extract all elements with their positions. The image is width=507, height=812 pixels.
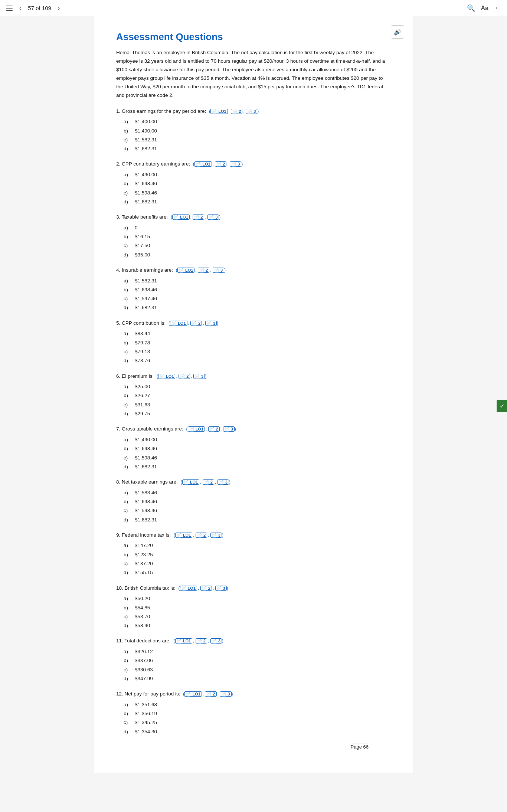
answer-value: $25.00 bbox=[135, 384, 150, 389]
top-bar-left: ‹ 57 of 109 › bbox=[6, 3, 62, 13]
answer-item: c)$79.13 bbox=[124, 347, 391, 356]
answer-letter: c) bbox=[124, 241, 135, 250]
answer-letter: a) bbox=[124, 170, 135, 179]
answer-letter: b) bbox=[124, 603, 135, 612]
answer-item: a)0 bbox=[124, 223, 391, 232]
answer-item: d)$1,682.31 bbox=[124, 303, 391, 312]
answer-item: c)$31.63 bbox=[124, 400, 391, 409]
answer-value: $16.15 bbox=[135, 234, 150, 239]
answer-item: a)$50.20 bbox=[124, 594, 391, 603]
answer-value: $53.70 bbox=[135, 614, 150, 619]
answer-letter: a) bbox=[124, 435, 135, 444]
question-4: 4. Insurable earnings are: (📄 LO1, 📄 2, … bbox=[116, 266, 391, 312]
answer-letter: b) bbox=[124, 709, 135, 718]
question-9: 9. Federal income tax is: (📄 LO1, 📄 2, 📄… bbox=[116, 531, 391, 577]
answer-letter: d) bbox=[124, 356, 135, 365]
page-counter: 57 of 109 bbox=[28, 5, 51, 11]
answer-letter: a) bbox=[124, 329, 135, 338]
answer-item: a)$1,490.00 bbox=[124, 170, 391, 179]
answer-item: c)$53.70 bbox=[124, 612, 391, 621]
question-4-label: 4. Insurable earnings are: (📄 LO1, 📄 2, … bbox=[116, 266, 391, 274]
answer-value: $1,597.46 bbox=[135, 296, 157, 301]
question-10-answers: a)$50.20b)$54.85c)$53.70d)$58.90 bbox=[124, 594, 391, 630]
answer-item: b)$1,698.46 bbox=[124, 285, 391, 294]
answer-letter: d) bbox=[124, 144, 135, 153]
answer-item: c)$17.50 bbox=[124, 241, 391, 250]
prev-page-button[interactable]: ‹ bbox=[17, 3, 23, 13]
question-6-label: 6. EI premium is: (📄 LO1, 📄 2, 📄 3) bbox=[116, 372, 391, 380]
answer-value: $123.25 bbox=[135, 552, 153, 557]
answer-item: a)$1,351.68 bbox=[124, 700, 391, 709]
answer-value: $1,583.46 bbox=[135, 490, 157, 495]
intro-text: Hemal Thomas is an employee in British C… bbox=[116, 49, 391, 100]
answer-letter: c) bbox=[124, 559, 135, 568]
font-size-icon[interactable]: Aa bbox=[481, 5, 488, 12]
answer-letter: c) bbox=[124, 400, 135, 409]
speaker-button[interactable]: 🔊 bbox=[391, 25, 404, 39]
answer-item: d)$58.90 bbox=[124, 621, 391, 630]
question-12: 12. Net pay for pay period is: (📄 LO1, 📄… bbox=[116, 690, 391, 736]
answer-letter: d) bbox=[124, 727, 135, 736]
question-11: 11. Total deductions are: (📄 LO1, 📄 2, 📄… bbox=[116, 637, 391, 683]
answer-value: $1,698.46 bbox=[135, 446, 157, 451]
answer-letter: b) bbox=[124, 338, 135, 347]
lo-icon: (📄 LO1, 📄 2, 📄 3) bbox=[157, 374, 206, 379]
answer-item: a)$25.00 bbox=[124, 382, 391, 391]
page-content: 🔊 Assessment Questions Hemal Thomas is a… bbox=[94, 16, 413, 773]
answer-item: a)$83.44 bbox=[124, 329, 391, 338]
answer-value: $1,698.46 bbox=[135, 181, 157, 186]
answer-letter: c) bbox=[124, 294, 135, 303]
answer-letter: c) bbox=[124, 135, 135, 144]
answer-item: d)$73.76 bbox=[124, 356, 391, 365]
answer-item: d)$1,682.31 bbox=[124, 197, 391, 206]
answer-value: $17.50 bbox=[135, 243, 150, 248]
page-number-row: Page 66 bbox=[116, 743, 391, 750]
answer-item: b)$1,698.46 bbox=[124, 497, 391, 506]
hamburger-menu[interactable] bbox=[6, 6, 13, 11]
questions-container: 1. Gross earnings for the pay period are… bbox=[116, 107, 391, 736]
answer-value: $337.06 bbox=[135, 658, 153, 663]
lo-icon: (📄 LO1, 📄 2, 📄 3) bbox=[186, 426, 236, 432]
answer-letter: d) bbox=[124, 515, 135, 524]
back-icon[interactable]: ← bbox=[494, 4, 501, 12]
next-page-button[interactable]: › bbox=[56, 3, 62, 13]
question-2-answers: a)$1,490.00b)$1,698.46c)$1,598.46d)$1,68… bbox=[124, 170, 391, 206]
question-1-answers: a)$1,400.00b)$1,490.00c)$1,582.31d)$1,68… bbox=[124, 117, 391, 153]
answer-letter: a) bbox=[124, 382, 135, 391]
answer-value: $1,698.46 bbox=[135, 287, 157, 292]
answer-letter: b) bbox=[124, 285, 135, 294]
answer-item: b)$123.25 bbox=[124, 550, 391, 559]
answer-item: a)$147.20 bbox=[124, 541, 391, 550]
answer-value: $31.63 bbox=[135, 402, 150, 407]
question-7-answers: a)$1,490.00b)$1,698.46c)$1,598.46d)$1,68… bbox=[124, 435, 391, 471]
answer-value: $1,682.31 bbox=[135, 464, 157, 469]
question-4-answers: a)$1,582.31b)$1,698.46c)$1,597.46d)$1,68… bbox=[124, 276, 391, 312]
answer-value: $50.20 bbox=[135, 596, 150, 601]
answer-value: $58.90 bbox=[135, 623, 150, 628]
answer-item: b)$1,490.00 bbox=[124, 127, 391, 135]
answer-item: d)$1,682.31 bbox=[124, 515, 391, 524]
answer-item: b)$337.06 bbox=[124, 656, 391, 665]
question-5: 5. CPP contribution is: (📄 LO1, 📄 2, 📄 3… bbox=[116, 319, 391, 366]
answer-item: d)$1,682.31 bbox=[124, 462, 391, 471]
lo-icon: (📄 LO1, 📄 2, 📄 3) bbox=[169, 321, 218, 326]
answer-value: $1,582.31 bbox=[135, 137, 157, 143]
answer-value: $1,490.00 bbox=[135, 437, 157, 442]
answer-item: b)$1,356.19 bbox=[124, 709, 391, 718]
answer-item: a)$1,490.00 bbox=[124, 435, 391, 444]
answer-value: $1,682.31 bbox=[135, 305, 157, 310]
answer-value: $54.85 bbox=[135, 605, 150, 610]
shield-icon: ✓ bbox=[500, 403, 504, 410]
lo-icon: (📄 LO1, 📄 2, 📄 3) bbox=[181, 479, 230, 485]
answer-item: d)$1,682.31 bbox=[124, 144, 391, 153]
answer-item: d)$347.99 bbox=[124, 674, 391, 683]
answer-item: c)$1,598.46 bbox=[124, 189, 391, 197]
search-icon[interactable]: 🔍 bbox=[467, 4, 475, 12]
question-3: 3. Taxable benefits are: (📄 LO1, 📄 2, 📄 … bbox=[116, 213, 391, 259]
lo-icon: (📄 LO1, 📄 2, 📄 3) bbox=[174, 533, 223, 538]
lo-icon: (📄 LO1, 📄 2, 📄 3) bbox=[209, 109, 259, 114]
answer-value: $1,598.46 bbox=[135, 455, 157, 461]
shield-badge[interactable]: ✓ bbox=[497, 400, 507, 412]
answer-letter: b) bbox=[124, 232, 135, 241]
answer-letter: a) bbox=[124, 488, 135, 497]
